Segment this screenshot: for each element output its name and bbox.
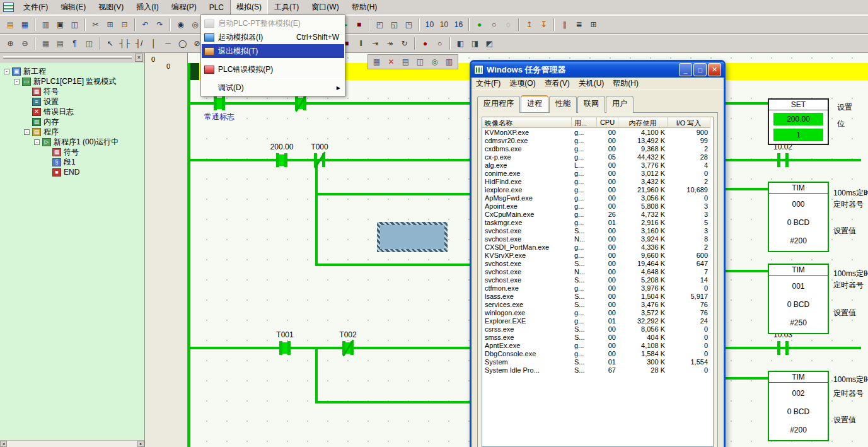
tree-item-program-symbols[interactable]: ▦符号: [0, 147, 144, 157]
menu-tools[interactable]: 工具(T): [268, 0, 305, 16]
process-row[interactable]: taskmgr.exeg...012,916 K5: [482, 218, 713, 226]
tm-menu-help[interactable]: 帮助(H): [608, 77, 643, 90]
undo-icon[interactable]: ↶: [138, 18, 153, 32]
instruction-block-tim-2[interactable]: TIM0010 BCD#250: [768, 264, 829, 334]
decimal-display-icon[interactable]: 10: [422, 18, 437, 32]
process-row[interactable]: Explorer.EXEg...0132,292 K24: [482, 316, 713, 325]
menu-insert[interactable]: 插入(I): [130, 0, 165, 16]
show-comments-icon[interactable]: ¶: [67, 37, 82, 50]
process-row[interactable]: Apoint.exeg...005,808 K3: [482, 202, 713, 210]
process-row[interactable]: HidFind.exeg...003,432 K2: [482, 177, 713, 185]
window-right-icon[interactable]: ◨: [468, 37, 482, 50]
find-icon[interactable]: ◉: [173, 18, 188, 32]
expand-box-icon[interactable]: -: [14, 79, 20, 84]
redo-icon[interactable]: ↷: [153, 18, 167, 32]
vertical-spacing-icon[interactable]: ≣: [572, 18, 586, 32]
process-row[interactable]: csrss.exeS...008,056 K0: [482, 325, 713, 333]
maximize-button[interactable]: □: [693, 63, 707, 76]
tab-processes[interactable]: 进程: [521, 95, 548, 112]
process-row[interactable]: cdmsvr20.exeg...0013,492 K99: [482, 136, 713, 144]
set-breakpoint-icon[interactable]: ●: [418, 37, 432, 50]
instruction-block-tim-3[interactable]: TIM0020 BCD#200: [768, 371, 829, 441]
contact-P_On[interactable]: [212, 96, 227, 111]
tab-applications[interactable]: 应用程序: [477, 96, 520, 113]
close-button[interactable]: ✕: [708, 63, 721, 76]
contact-T001[interactable]: [277, 340, 292, 356]
continuous-step-icon[interactable]: ↠: [383, 37, 397, 50]
process-row[interactable]: svchost.exeN...003,924 K8: [482, 235, 713, 243]
tree-item-programs[interactable]: -▤程序: [0, 127, 144, 137]
column-header-0[interactable]: 映像名称: [482, 117, 572, 128]
save-project-icon[interactable]: ▦: [18, 18, 32, 32]
hex-display-icon[interactable]: 16: [451, 18, 466, 32]
menu-item-exit-simulation[interactable]: 退出模拟(T): [202, 44, 344, 58]
split-window-icon[interactable]: ◫: [413, 55, 427, 69]
stop-mode-icon[interactable]: ■: [352, 18, 366, 32]
process-row[interactable]: lsass.exeS...001,504 K5,917: [482, 292, 713, 300]
process-row[interactable]: svchost.exeN...004,648 K7: [482, 267, 713, 276]
process-row[interactable]: cxdbms.exeg...009,368 K2: [482, 144, 713, 153]
expand-box-icon[interactable]: -: [34, 139, 40, 145]
tree-item-error-log[interactable]: ✕错误日志: [0, 107, 144, 117]
differential-down-icon[interactable]: ↧: [536, 18, 551, 32]
target-icon[interactable]: ◎: [427, 55, 442, 69]
scan-run-icon[interactable]: ↻: [397, 37, 412, 50]
cut-icon[interactable]: ✂: [88, 18, 103, 32]
tm-menu-options[interactable]: 选项(O): [505, 77, 540, 90]
zoom-out-icon[interactable]: ⊖: [18, 37, 32, 50]
tree-item-settings[interactable]: ≡设置: [0, 96, 144, 107]
align-grid-icon[interactable]: ⊞: [586, 18, 601, 32]
column-header-3[interactable]: 内存使用: [618, 117, 668, 128]
rulers-icon[interactable]: ▤: [53, 37, 67, 50]
tm-menu-view[interactable]: 查看(V): [540, 77, 574, 90]
tab-networking[interactable]: 联网: [577, 96, 605, 113]
contact-no-icon[interactable]: ┤├: [117, 37, 132, 50]
process-row[interactable]: DbgConsole.exeg...001,584 K0: [482, 349, 713, 357]
task-manager-titlebar[interactable]: Windows 任务管理器 _□✕: [472, 62, 724, 78]
process-row[interactable]: alg.exeL...003,776 K4: [482, 161, 713, 169]
pattern-select-icon[interactable]: ▦: [369, 55, 384, 69]
process-row[interactable]: svchost.exeS...0019,464 K647: [482, 259, 713, 267]
cascade-windows-icon[interactable]: ◱: [387, 18, 402, 32]
tree-item-memory[interactable]: ▥内存: [0, 117, 144, 127]
drag-grip[interactable]: [3, 56, 132, 59]
grid-display-icon[interactable]: ▤: [398, 55, 413, 69]
process-row[interactable]: iexplore.exeg...0021,960 K10,689: [482, 185, 713, 194]
workspace-horizontal-scrollbar[interactable]: ◂ ▸: [0, 440, 144, 447]
tab-users[interactable]: 用户: [606, 96, 634, 113]
process-row[interactable]: System Idle Pro...S...6728 K0: [482, 366, 713, 374]
coil-icon[interactable]: ◯: [175, 37, 190, 50]
column-header-1[interactable]: 用...: [572, 117, 597, 128]
process-list[interactable]: 映像名称用...CPU内存使用I/O 写入 KVMonXP.exeg...004…: [482, 117, 714, 447]
contact-10.02[interactable]: [775, 153, 790, 168]
overview-window-icon[interactable]: ◫: [82, 37, 96, 50]
menu-item-plc-pt-simulation[interactable]: 启动PLC-PT整体模拟(E): [202, 16, 344, 30]
process-row[interactable]: svchost.exeS...003,160 K3: [482, 226, 713, 235]
process-row[interactable]: smss.exeS...00404 K0: [482, 333, 713, 341]
menu-item-debug[interactable]: 调试(D): [202, 81, 344, 95]
menu-program[interactable]: 编程(P): [165, 0, 203, 16]
menu-window[interactable]: 窗口(W): [305, 0, 345, 16]
column-header-4[interactable]: I/O 写入: [668, 117, 710, 128]
report-icon[interactable]: ▥: [442, 55, 456, 69]
process-row[interactable]: CxCpuMain.exeg...264,732 K3: [482, 210, 713, 218]
tree-item-symbols[interactable]: ▦符号: [0, 86, 144, 96]
menu-view[interactable]: 视图(V): [92, 0, 130, 16]
print-setup-icon[interactable]: ▥: [38, 18, 53, 32]
clear-breakpoint-icon[interactable]: ○: [432, 37, 447, 50]
force-cancel-icon[interactable]: ◌: [501, 18, 516, 32]
process-row[interactable]: ctfmon.exeg...003,976 K0: [482, 284, 713, 292]
instruction-block-tim-1[interactable]: TIM0000 BCD#200: [768, 182, 829, 252]
process-row[interactable]: winlogon.exeg...003,572 K76: [482, 308, 713, 316]
menu-help[interactable]: 帮助(H): [345, 0, 384, 16]
expand-box-icon[interactable]: -: [24, 129, 30, 135]
window-left-icon[interactable]: ◧: [453, 37, 468, 50]
close-workspace-button[interactable]: ×: [135, 54, 143, 62]
instruction-block-set-0[interactable]: SET200.001: [768, 98, 829, 145]
copy-icon[interactable]: ⊞: [103, 18, 117, 32]
tree-item-plc-device[interactable]: -▭新PLC1[CP1E] 监视模式: [0, 76, 144, 86]
contact-T002[interactable]: [340, 340, 356, 356]
menu-item-plc-error-simulation[interactable]: PLC错误模拟(P): [202, 62, 344, 76]
process-row[interactable]: KVMonXP.exeg...004,100 K900: [482, 128, 713, 136]
paste-icon[interactable]: ⊟: [117, 18, 132, 32]
